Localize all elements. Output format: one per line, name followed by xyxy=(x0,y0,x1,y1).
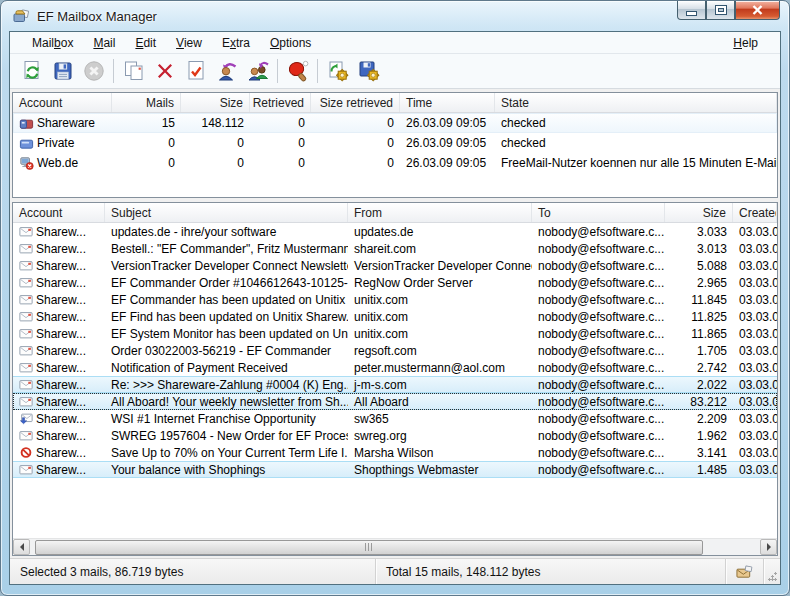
to-cell: nobody@efsoftware.c... xyxy=(532,429,665,443)
account-cell: Sharew... xyxy=(13,344,105,358)
ping-button[interactable] xyxy=(282,57,313,86)
size-retrieved-cell: 0 xyxy=(311,156,400,170)
check-mailboxes-button[interactable] xyxy=(16,57,47,86)
size-cell: 11.865 xyxy=(665,327,733,341)
mail-row[interactable]: Sharew... updates.de - ihre/your softwar… xyxy=(13,223,777,240)
from-cell: j-m-s.com xyxy=(348,378,532,392)
export-button[interactable] xyxy=(353,57,384,86)
column-header-time[interactable]: Time xyxy=(400,93,495,112)
retrieve-all-button[interactable] xyxy=(242,57,273,86)
scroll-right-button[interactable] xyxy=(760,539,777,555)
mail-row[interactable]: Sharew... Order 03022003-56219 - EF Comm… xyxy=(13,342,777,359)
created-cell: 03.03.0 xyxy=(733,429,777,443)
menu-mailbox[interactable]: Mailbox xyxy=(22,33,83,53)
account-cell: Sharew... xyxy=(13,446,105,460)
size-retrieved-cell: 0 xyxy=(311,136,400,150)
mark-button[interactable] xyxy=(180,57,211,86)
to-cell: nobody@efsoftware.c... xyxy=(532,225,665,239)
mail-row-selected[interactable]: Sharew... Your balance with Shophings Sh… xyxy=(13,461,777,478)
column-header-mails[interactable]: Mails xyxy=(112,93,181,112)
menu-edit[interactable]: Edit xyxy=(125,33,166,53)
export-gear-icon xyxy=(357,59,381,83)
account-row[interactable]: Web.de 0 0 0 0 26.03.09 09:05 FreeMail-N… xyxy=(13,153,777,173)
mail-row[interactable]: Sharew... EF Commander has been updated … xyxy=(13,291,777,308)
retrieve-account-button[interactable] xyxy=(211,57,242,86)
created-cell: 03.03.0 xyxy=(733,225,777,239)
size-cell: 5.088 xyxy=(665,259,733,273)
mail-row[interactable]: Sharew... Save Up to 70% on Your Current… xyxy=(13,444,777,461)
to-cell: nobody@efsoftware.c... xyxy=(532,327,665,341)
caption-buttons xyxy=(677,1,780,20)
column-header-to[interactable]: To xyxy=(532,203,665,222)
save-button[interactable] xyxy=(47,57,78,86)
column-header-size[interactable]: Size xyxy=(665,203,733,222)
mail-row[interactable]: Sharew... VersionTracker Developer Conne… xyxy=(13,257,777,274)
mail-row-selected-focused[interactable]: Sharew... All Aboard! Your weekly newsle… xyxy=(13,393,777,410)
delete-button[interactable] xyxy=(149,57,180,86)
menu-mail[interactable]: Mail xyxy=(83,33,125,53)
account-cell: Sharew... xyxy=(13,327,105,341)
mail-row[interactable]: Sharew... WSI #1 Internet Franchise Oppo… xyxy=(13,410,777,427)
menu-view[interactable]: View xyxy=(166,33,212,53)
from-cell: unitix.com xyxy=(348,293,532,307)
column-header-size-retrieved[interactable]: Size retrieved xyxy=(311,93,400,112)
maximize-button[interactable] xyxy=(706,1,735,20)
column-header-from[interactable]: From xyxy=(348,203,532,222)
resize-grip[interactable] xyxy=(764,559,780,584)
resize-grip-icon xyxy=(768,572,777,581)
created-cell: 03.03.0 xyxy=(733,446,777,460)
import-button[interactable] xyxy=(322,57,353,86)
mail-row[interactable]: Sharew... EF System Monitor has been upd… xyxy=(13,325,777,342)
mailbox-blue-icon xyxy=(19,136,34,150)
menu-help[interactable]: Help xyxy=(723,33,768,53)
to-cell: nobody@efsoftware.c... xyxy=(532,412,665,426)
from-cell: Shopthings Webmaster xyxy=(348,463,532,477)
size-cell: 3.141 xyxy=(665,446,733,460)
mail-icon xyxy=(19,293,33,306)
column-header-state[interactable]: State xyxy=(495,93,777,112)
close-button[interactable] xyxy=(735,1,780,20)
account-cell: Private xyxy=(13,136,112,150)
status-total: Total 15 mails, 148.112 bytes xyxy=(376,559,726,584)
mail-row[interactable]: Sharew... SWREG 1957604 - New Order for … xyxy=(13,427,777,444)
scrollbar-thumb[interactable] xyxy=(35,540,703,555)
column-header-subject[interactable]: Subject xyxy=(105,203,348,222)
mail-row[interactable]: Sharew... Bestell.: "EF Commander", Frit… xyxy=(13,240,777,257)
horizontal-scrollbar[interactable] xyxy=(13,538,777,555)
column-header-created[interactable]: Created xyxy=(733,203,777,222)
app-window: EF Mailbox Manager Mailbox Mail Edit Vie… xyxy=(0,0,790,596)
titlebar[interactable]: EF Mailbox Manager xyxy=(1,1,789,31)
account-cell: Sharew... xyxy=(13,429,105,443)
subject-cell: Notification of Payment Received xyxy=(105,361,348,375)
maximize-icon xyxy=(716,6,726,14)
created-cell: 03.03.0 xyxy=(733,344,777,358)
users-arrow-icon xyxy=(246,59,270,83)
subject-cell: All Aboard! Your weekly newsletter from … xyxy=(105,395,348,409)
mail-icon xyxy=(19,225,33,238)
menu-options[interactable]: Options xyxy=(260,33,321,53)
column-header-account[interactable]: Account xyxy=(13,93,112,112)
retrieved-cell: 0 xyxy=(250,136,311,150)
created-cell: 03.03.0 xyxy=(733,327,777,341)
minimize-button[interactable] xyxy=(677,1,706,20)
account-cell: Sharew... xyxy=(13,361,105,375)
mails-panel: Account Subject From To Size Created Sha… xyxy=(12,202,778,556)
account-row[interactable]: Private 0 0 0 0 26.03.09 09:05 checked xyxy=(13,133,777,153)
scroll-left-button[interactable] xyxy=(13,539,30,555)
mail-row[interactable]: Sharew... EF Find has been updated on Un… xyxy=(13,308,777,325)
copy-button[interactable] xyxy=(118,57,149,86)
column-header-account[interactable]: Account xyxy=(13,203,105,222)
minimize-icon xyxy=(687,12,696,15)
created-cell: 03.03.0 xyxy=(733,242,777,256)
menu-extra[interactable]: Extra xyxy=(212,33,260,53)
column-header-retrieved[interactable]: Retrieved xyxy=(250,93,311,112)
mail-row[interactable]: Sharew... Notification of Payment Receiv… xyxy=(13,359,777,376)
mail-row[interactable]: Sharew... EF Commander Order #1046612643… xyxy=(13,274,777,291)
mail-row-selected[interactable]: Sharew... Re: >>> Shareware-Zahlung #000… xyxy=(13,376,777,393)
mailbox-status-icon xyxy=(736,564,753,580)
account-row[interactable]: Shareware 15 148.112 0 0 26.03.09 09:05 … xyxy=(13,113,777,133)
accounts-header: Account Mails Size Retrieved Size retrie… xyxy=(13,93,777,113)
time-cell: 26.03.09 09:05 xyxy=(400,136,495,150)
column-header-size[interactable]: Size xyxy=(181,93,250,112)
to-cell: nobody@efsoftware.c... xyxy=(532,446,665,460)
